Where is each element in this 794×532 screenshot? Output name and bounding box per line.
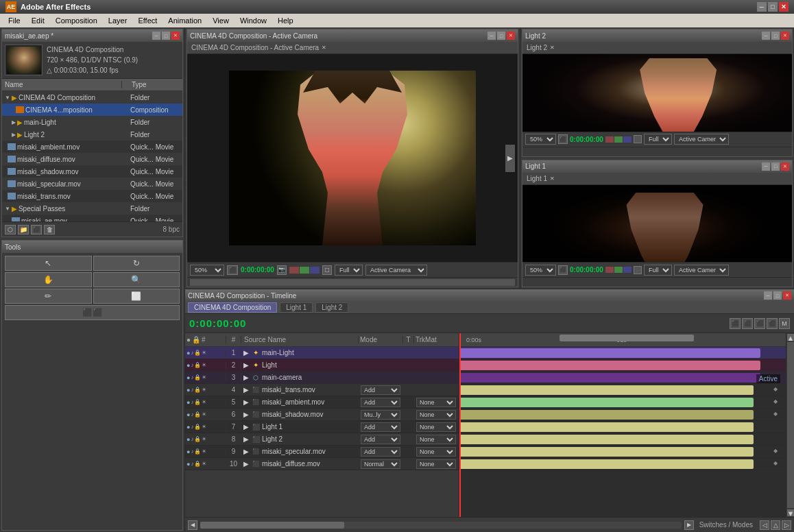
tab-light1[interactable]: Light 1 — [280, 302, 313, 313]
list-item[interactable]: ▼ ▶ CINEMA 4D Composition Folder — [2, 91, 182, 104]
timeline-close[interactable]: ✕ — [783, 291, 791, 300]
comp-camera-select[interactable]: Active Camera — [365, 265, 427, 276]
project-close[interactable]: ✕ — [171, 32, 180, 40]
menu-help[interactable]: Help — [272, 15, 299, 26]
shape-tool[interactable]: ⬜ — [93, 289, 180, 304]
rotation-tool[interactable]: ↻ — [93, 256, 180, 271]
light2-timecode[interactable]: 0:00:00:00 — [570, 136, 603, 143]
layer-audio[interactable]: ♪ — [191, 399, 193, 405]
tab-cinema4d[interactable]: CINEMA 4D Composition — [188, 302, 277, 313]
mode-select-7[interactable]: Add — [361, 422, 400, 432]
light1-blue[interactable] — [623, 267, 631, 273]
layer-expand[interactable]: ▶ — [241, 349, 251, 356]
list-item[interactable]: CINEMA 4...mposition Composition — [2, 104, 182, 116]
menu-view[interactable]: View — [207, 15, 234, 26]
tl-nav-btn3[interactable]: ▷ — [782, 520, 791, 530]
trkmat-select-8[interactable]: None — [416, 435, 456, 444]
comp-fit-btn[interactable]: ⬛ — [227, 265, 238, 275]
trkmat-select-7[interactable]: None — [416, 422, 456, 432]
layer-audio[interactable]: ♪ — [191, 387, 193, 393]
tl-nav-btn1[interactable]: ◁ — [760, 520, 769, 530]
layer-eye[interactable]: ● — [187, 448, 190, 455]
new-folder-btn[interactable]: 📁 — [18, 225, 29, 234]
project-maximize[interactable]: □ — [162, 32, 170, 40]
light2-maximize[interactable]: □ — [771, 32, 780, 40]
light2-tab-close[interactable]: ✕ — [550, 45, 555, 51]
trkmat-select-6[interactable]: None — [416, 410, 456, 420]
list-item[interactable]: ▶ ▶ Light 2 Folder — [2, 128, 182, 141]
layer-lock[interactable]: 🔒 — [194, 448, 201, 455]
menu-window[interactable]: Window — [234, 15, 272, 26]
layer-eye[interactable]: ● — [187, 399, 190, 406]
comp-snapshot[interactable]: 📷 — [277, 265, 287, 275]
layer-eye[interactable]: ● — [187, 387, 190, 394]
list-item[interactable]: misaki_shadow.mov Quick... Movie — [2, 165, 182, 178]
close-button[interactable]: ✕ — [779, 2, 789, 12]
light2-transparency[interactable] — [634, 135, 642, 143]
layer-solo[interactable]: ☀ — [202, 448, 206, 455]
mode-select-5[interactable]: Add — [361, 398, 400, 407]
layer-solo[interactable]: ☀ — [202, 436, 206, 442]
layer-solo[interactable]: ☀ — [202, 362, 206, 368]
transport-btn-3[interactable]: ⬛ — [754, 318, 765, 329]
transport-btn-4[interactable]: ⬛ — [767, 318, 778, 329]
layer-solo[interactable]: ☀ — [202, 350, 206, 356]
layer-lock[interactable]: 🔒 — [194, 387, 201, 393]
zoom-tool[interactable]: 🔍 — [93, 272, 180, 287]
light1-timecode[interactable]: 0:00:00:00 — [570, 266, 603, 274]
menu-effect[interactable]: Effect — [132, 15, 163, 26]
layer-audio[interactable]: ♪ — [191, 424, 193, 430]
light1-fit[interactable]: ⬛ — [558, 265, 568, 275]
list-item[interactable]: ▼ ▶ Special Passes Folder — [2, 202, 182, 215]
light2-minimize[interactable]: ─ — [762, 32, 770, 40]
trkmat-select-5[interactable]: None — [416, 398, 456, 407]
light1-tab-close[interactable]: ✕ — [550, 176, 555, 182]
layer-lock[interactable]: 🔒 — [194, 362, 201, 368]
layer-eye[interactable]: ● — [187, 461, 190, 468]
light1-transparency[interactable] — [634, 266, 642, 274]
hand-tool[interactable]: ✋ — [5, 272, 92, 287]
layer-lock[interactable]: 🔒 — [194, 374, 201, 380]
light2-close[interactable]: ✕ — [781, 32, 789, 40]
list-item[interactable]: misaki_ae.mov Quick... Movie — [2, 215, 182, 221]
layer-eye[interactable]: ● — [187, 411, 190, 418]
layer-expand[interactable]: ▶ — [241, 398, 251, 406]
delete-btn[interactable]: 🗑 — [44, 225, 55, 234]
layer-expand[interactable]: ▶ — [241, 361, 251, 369]
layer-solo[interactable]: ☀ — [202, 424, 206, 430]
light2-scrollbar[interactable] — [522, 147, 792, 156]
mode-select-9[interactable]: Add — [361, 447, 400, 457]
interpret-footage-btn[interactable]: ⬡ — [5, 225, 16, 234]
comp-viewer-tab[interactable]: CINEMA 4D Composition - Active Camera ✕ — [187, 42, 518, 54]
comp-quality-select[interactable]: Full — [335, 265, 363, 276]
menu-edit[interactable]: Edit — [26, 15, 50, 26]
layer-lock[interactable]: 🔒 — [194, 399, 201, 405]
mode-select-8[interactable]: Add — [361, 435, 400, 444]
tl-scrollbar-thumb[interactable] — [200, 522, 344, 529]
layer-eye[interactable]: ● — [187, 350, 190, 356]
brush-tool[interactable]: ⬛⬛ — [5, 305, 180, 320]
light2-fit[interactable]: ⬛ — [558, 134, 568, 144]
layer-solo[interactable]: ☀ — [202, 374, 206, 380]
transport-btn-1[interactable]: ⬛ — [730, 318, 741, 329]
list-item[interactable]: misaki_diffuse.mov Quick... Movie — [2, 153, 182, 165]
layer-eye[interactable]: ● — [187, 374, 190, 381]
maximize-button[interactable]: □ — [768, 2, 778, 12]
blue-channel[interactable] — [310, 267, 320, 274]
menu-animation[interactable]: Animation — [163, 15, 207, 26]
mode-select-10[interactable]: Normal — [361, 459, 400, 469]
mode-select-6[interactable]: Mu..lyMultiply — [361, 410, 400, 420]
comp-close[interactable]: ✕ — [507, 32, 515, 40]
light2-quality[interactable]: Full — [644, 134, 672, 145]
layer-expand[interactable]: ▶ — [241, 411, 251, 418]
layer-expand[interactable]: ▶ — [241, 435, 251, 443]
list-item[interactable]: misaki_trans.mov Quick... Movie — [2, 190, 182, 202]
timeline-minimize[interactable]: ─ — [764, 291, 772, 300]
light1-quality[interactable]: Full — [644, 265, 672, 276]
comp-timecode[interactable]: 0:00:00:00 — [241, 266, 274, 274]
menu-layer[interactable]: Layer — [103, 15, 133, 26]
vscroll-up[interactable]: ▲ — [787, 334, 794, 341]
pen-tool[interactable]: ✏ — [5, 289, 92, 304]
comp-minimize[interactable]: ─ — [488, 32, 496, 40]
light1-tab[interactable]: Light 1 ✕ — [522, 173, 792, 185]
